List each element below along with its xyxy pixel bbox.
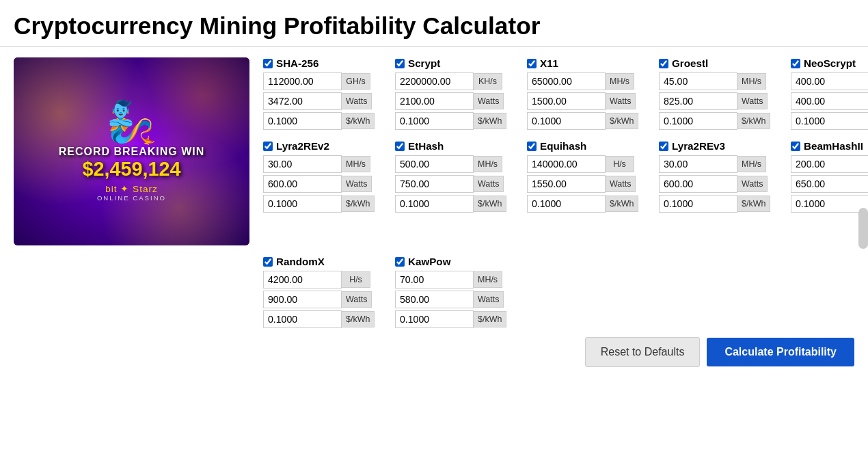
algo-row-2: Lyra2REv2 MH/s Watts $/kWh Et [263, 140, 868, 215]
algo-randomx-checkbox[interactable] [263, 257, 273, 267]
algo-equihash-power-input[interactable] [527, 175, 606, 193]
algo-neoscrypt-hashrate-input[interactable] [791, 72, 868, 90]
bottom-actions: Reset to Defaults Calculate Profitabilit… [0, 330, 868, 377]
algo-kawpow-power-input[interactable] [395, 291, 474, 308]
bottom-algo-section: RandomX H/s Watts $/kWh KawPow MH/ [0, 256, 868, 330]
algo-scrypt-name: Scrypt [408, 57, 440, 69]
algo-kawpow-hashrate-input[interactable] [395, 271, 474, 289]
algo-lyra2rev3-cost-input[interactable] [659, 195, 737, 213]
algo-equihash-cost-input[interactable] [527, 195, 606, 213]
ad-logo-part2: Starz [133, 184, 158, 194]
algo-kawpow-checkbox[interactable] [395, 257, 405, 267]
algo-groestl-checkbox[interactable] [659, 59, 668, 68]
algo-scrypt-cost-input[interactable] [395, 112, 474, 130]
algo-lyra2rev3-header: Lyra2REv3 [659, 140, 785, 152]
algo-randomx-hashrate-input[interactable] [263, 271, 342, 289]
algo-equihash-checkbox[interactable] [527, 142, 537, 151]
algo-lyra2rev3-power-input[interactable] [659, 175, 737, 193]
algo-lyra2rev2-cost-input[interactable] [263, 195, 342, 213]
algo-sha256-cost-unit: $/kWh [342, 113, 375, 129]
algo-randomx-power-input[interactable] [263, 291, 342, 308]
algo-sha256-power-input[interactable] [263, 92, 342, 110]
algo-kawpow-cost-input[interactable] [395, 310, 474, 328]
calculate-button[interactable]: Calculate Profitability [707, 338, 854, 366]
algo-x11-hashrate-unit: MH/s [606, 73, 634, 90]
algo-equihash-header: Equihash [527, 140, 653, 152]
algo-ethash-checkbox[interactable] [395, 142, 405, 151]
algo-scrypt-hashrate-input[interactable] [395, 72, 474, 90]
algo-sha256-hashrate-unit: GH/s [342, 73, 370, 90]
algo-lyra2rev3-cost-unit: $/kWh [737, 196, 770, 212]
algo-lyra2rev3-hashrate-input[interactable] [659, 155, 737, 173]
algo-equihash-power-unit: Watts [606, 176, 636, 192]
algo-beamhashii-cost-row: $/kWh [791, 195, 868, 213]
algo-randomx-power-unit: Watts [342, 291, 372, 308]
algo-randomx: RandomX H/s Watts $/kWh [263, 256, 390, 330]
algo-beamhashii-power-input[interactable] [791, 175, 868, 193]
algo-groestl-power-input[interactable] [659, 92, 737, 110]
algo-lyra2rev2-power-unit: Watts [342, 176, 372, 192]
algo-groestl-name: Groestl [672, 57, 708, 69]
algo-randomx-hashrate-row: H/s [263, 271, 390, 289]
algo-neoscrypt-name: NeoScrypt [804, 57, 856, 69]
algo-groestl-cost-input[interactable] [659, 112, 737, 130]
algo-kawpow-header: KawPow [395, 256, 521, 267]
algo-groestl-cost-row: $/kWh [659, 112, 785, 130]
algo-randomx-cost-input[interactable] [263, 310, 342, 328]
algo-scrypt-cost-row: $/kWh [395, 112, 521, 130]
algo-neoscrypt-checkbox[interactable] [791, 59, 800, 68]
algo-lyra2rev2-hashrate-row: MH/s [263, 155, 390, 173]
algo-scrypt-power-input[interactable] [395, 92, 474, 110]
algo-neoscrypt-power-input[interactable] [791, 92, 868, 110]
algo-sha256-checkbox[interactable] [263, 59, 273, 68]
scrollbar[interactable] [858, 208, 868, 249]
algo-kawpow-power-row: Watts [395, 291, 521, 308]
algo-randomx-power-row: Watts [263, 291, 390, 308]
main-content: 🧞 RECORD BREAKING WIN $2,459,124 bit ✦ S… [0, 47, 868, 256]
algo-x11-name: X11 [540, 57, 558, 69]
spacer-left [14, 256, 249, 330]
algo-beamhashii-hashrate-row: H/s [791, 155, 868, 173]
algo-lyra2rev2-hashrate-input[interactable] [263, 155, 342, 173]
reset-button[interactable]: Reset to Defaults [585, 337, 701, 367]
algo-neoscrypt-cost-input[interactable] [791, 112, 868, 130]
algo-sha256: SHA-256 GH/s Watts $/kWh [263, 57, 390, 132]
algo-groestl-hashrate-input[interactable] [659, 72, 737, 90]
algo-lyra2rev2-power-input[interactable] [263, 175, 342, 193]
algo-kawpow-cost-unit: $/kWh [474, 311, 506, 327]
ad-record-text: RECORD BREAKING WIN [59, 146, 205, 158]
algo-beamhashii-hashrate-input[interactable] [791, 155, 868, 173]
algo-sha256-hashrate-input[interactable] [263, 72, 342, 90]
algo-kawpow: KawPow MH/s Watts $/kWh [395, 256, 521, 330]
algo-x11-cost-unit: $/kWh [606, 113, 638, 129]
algo-neoscrypt-power-row: Watts [791, 92, 868, 110]
algo-ethash-power-row: Watts [395, 175, 521, 193]
ad-banner[interactable]: 🧞 RECORD BREAKING WIN $2,459,124 bit ✦ S… [14, 57, 249, 245]
algo-ethash-cost-input[interactable] [395, 195, 474, 213]
algo-x11-checkbox[interactable] [527, 59, 537, 68]
algo-x11-cost-input[interactable] [527, 112, 606, 130]
algo-equihash-hashrate-input[interactable] [527, 155, 606, 173]
algo-ethash-cost-unit: $/kWh [474, 196, 506, 212]
algo-randomx-cost-row: $/kWh [263, 310, 390, 328]
algo-randomx-hashrate-unit: H/s [342, 271, 370, 288]
algo-lyra2rev3-power-unit: Watts [737, 176, 768, 192]
algo-lyra2rev3-checkbox[interactable] [659, 142, 668, 151]
algo-ethash-hashrate-row: MH/s [395, 155, 521, 173]
algo-ethash-power-input[interactable] [395, 175, 474, 193]
algo-scrypt-hashrate-row: KH/s [395, 72, 521, 90]
algo-lyra2rev3-hashrate-row: MH/s [659, 155, 785, 173]
algo-sha256-cost-input[interactable] [263, 112, 342, 130]
algo-x11-power-input[interactable] [527, 92, 606, 110]
page-title: Cryptocurrency Mining Profitability Calc… [0, 0, 868, 47]
algo-row-3: RandomX H/s Watts $/kWh KawPow MH/ [263, 256, 527, 330]
algo-x11-hashrate-input[interactable] [527, 72, 606, 90]
algo-scrypt-power-row: Watts [395, 92, 521, 110]
algo-scrypt-checkbox[interactable] [395, 59, 405, 68]
algo-lyra2rev3-name: Lyra2REv3 [672, 140, 725, 152]
algo-beamhashii-checkbox[interactable] [791, 142, 800, 151]
algo-neoscrypt-cost-row: $/kWh [791, 112, 868, 130]
algo-lyra2rev2-checkbox[interactable] [263, 142, 273, 151]
algo-beamhashii-cost-input[interactable] [791, 195, 868, 213]
algo-ethash-hashrate-input[interactable] [395, 155, 474, 173]
